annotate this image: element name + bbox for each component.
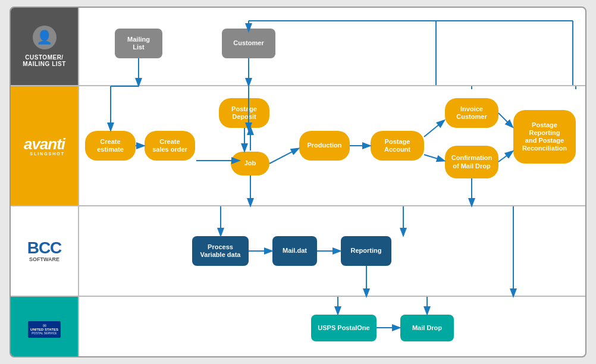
row-usps: UNITED STATES POSTAL SERVICE ✉ USPS Post… — [11, 297, 585, 357]
node-usps-postal: USPS PostalOne — [311, 315, 377, 341]
svg-line-16 — [498, 152, 512, 162]
row-avanti: avanti SLINGSHOT Create estimate Create … — [11, 86, 585, 206]
row-customer-content: Mailing List Customer — [79, 8, 585, 85]
bcc-logo-text: BCC — [27, 240, 62, 256]
customer-label-panel: 👤 CUSTOMER/ MAILING LIST — [11, 8, 79, 85]
row3-arrows — [79, 206, 585, 296]
row-bcc-content: Process Variable data Mail.dat Reporting — [79, 206, 585, 296]
usps-eagle-svg: UNITED STATES POSTAL SERVICE ✉ — [28, 321, 61, 338]
row-customer: 👤 CUSTOMER/ MAILING LIST Mailing List Cu… — [11, 8, 585, 86]
node-job: Job — [231, 152, 269, 175]
row-avanti-content: Create estimate Create sales order Posta… — [79, 86, 585, 205]
node-reporting: Reporting — [341, 236, 391, 266]
usps-label-panel: UNITED STATES POSTAL SERVICE ✉ — [11, 297, 79, 357]
node-invoice-customer: Invoice Customer — [445, 98, 498, 128]
svg-text:✉: ✉ — [43, 324, 46, 328]
row-bcc: BCC SOFTWARE Process Variable data Mail.… — [11, 206, 585, 297]
node-postage-account: Postage Account — [371, 131, 424, 161]
svg-line-14 — [424, 155, 444, 161]
customer-icon: 👤 — [33, 26, 57, 49]
bcc-sub-text: SOFTWARE — [29, 256, 59, 262]
avanti-logo-text: avanti — [24, 136, 65, 152]
avanti-label-panel: avanti SLINGSHOT — [11, 86, 79, 205]
node-confirmation: Confirmation of Mail Drop — [445, 146, 498, 178]
node-create-sales-order: Create sales order — [145, 131, 195, 161]
node-create-estimate: Create estimate — [85, 131, 136, 161]
customer-label-text: CUSTOMER/ MAILING LIST — [23, 54, 66, 67]
svg-line-13 — [424, 121, 444, 137]
avanti-logo: avanti SLINGSHOT — [20, 134, 68, 158]
usps-logo: UNITED STATES POSTAL SERVICE ✉ — [27, 321, 62, 338]
node-mailing-list: Mailing List — [115, 29, 162, 58]
svg-text:UNITED STATES: UNITED STATES — [30, 328, 58, 331]
node-postage-reporting: Postage Reporting and Postage Reconcilia… — [513, 110, 576, 164]
node-mail-dat: Mail.dat — [272, 236, 317, 266]
bcc-label-panel: BCC SOFTWARE — [11, 206, 79, 296]
svg-line-15 — [498, 113, 512, 127]
node-customer: Customer — [222, 29, 275, 58]
node-production: Production — [299, 131, 350, 161]
diagram-wrapper: 👤 CUSTOMER/ MAILING LIST Mailing List Cu… — [10, 7, 586, 357]
avanti-sub-text: SLINGSHOT — [30, 152, 65, 156]
svg-line-9 — [269, 149, 298, 164]
svg-text:POSTAL SERVICE: POSTAL SERVICE — [32, 331, 57, 335]
node-postage-deposit: Postage Deposit — [219, 98, 269, 128]
node-mail-drop: Mail Drop — [400, 315, 454, 341]
row-usps-content: USPS PostalOne Mail Drop — [79, 297, 585, 357]
node-process-variable: Process Variable data — [192, 236, 249, 266]
